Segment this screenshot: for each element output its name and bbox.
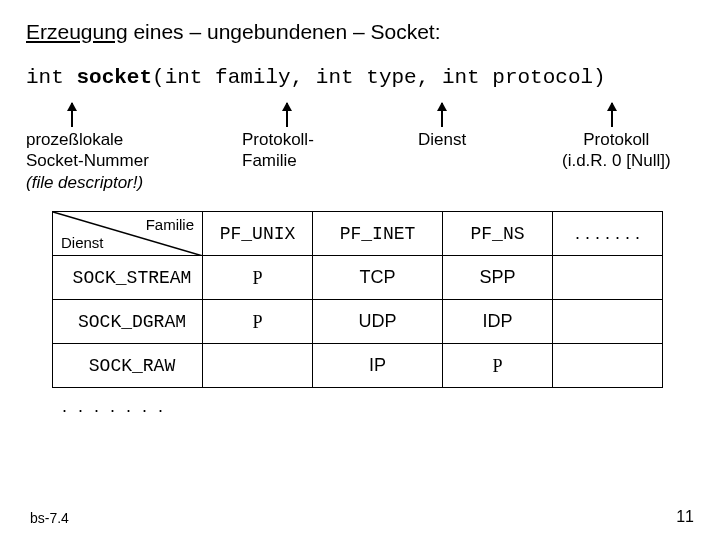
slide-title: Erzeugung eines – ungebundenen – Socket:	[26, 20, 694, 44]
arrow-3	[441, 103, 443, 127]
cell-1-3	[553, 300, 663, 344]
row-hdr-1: SOCK_DGRAM	[53, 300, 203, 344]
label-2b: Familie	[242, 151, 297, 170]
label-4b: (i.d.R. 0 [Null])	[562, 151, 671, 170]
cell-1-1: UDP	[313, 300, 443, 344]
col-hdr-0: PF_UNIX	[203, 212, 313, 256]
title-rest: eines – ungebundenen – Socket:	[128, 20, 441, 43]
sig-fn: socket	[76, 66, 152, 89]
label-1a: prozeßlokale	[26, 130, 123, 149]
cell-2-1: IP	[313, 344, 443, 388]
table-row: SOCK_STREAM P TCP SPP	[53, 256, 663, 300]
cell-2-0	[203, 344, 313, 388]
cell-1-2: IDP	[443, 300, 553, 344]
function-signature: int socket(int family, int type, int pro…	[26, 66, 694, 89]
label-4: Protokoll (i.d.R. 0 [Null])	[562, 129, 671, 172]
arrow-zone	[26, 99, 694, 127]
row-hdr-2: SOCK_RAW	[53, 344, 203, 388]
cell-2-3	[553, 344, 663, 388]
cell-0-2: SPP	[443, 256, 553, 300]
table-continuation-dots: . . . . . . .	[62, 396, 694, 417]
arrow-1	[71, 103, 73, 127]
label-2: Protokoll- Familie	[242, 129, 314, 172]
title-underlined: Erzeugung	[26, 20, 128, 43]
corner-dienst: Dienst	[61, 234, 104, 251]
label-3: Dienst	[418, 129, 466, 150]
footer-right: 11	[676, 508, 694, 526]
arrow-2	[286, 103, 288, 127]
row-hdr-0: SOCK_STREAM	[53, 256, 203, 300]
label-1c: (file descriptor!)	[26, 173, 143, 192]
sig-ret: int	[26, 66, 76, 89]
col-hdr-1: PF_INET	[313, 212, 443, 256]
cell-1-0: P	[203, 300, 313, 344]
table-row: SOCK_DGRAM P UDP IDP	[53, 300, 663, 344]
labels-row: prozeßlokale Socket-Nummer (file descrip…	[26, 129, 694, 199]
corner-familie: Familie	[146, 216, 194, 233]
label-4a: Protokoll	[583, 130, 649, 149]
cell-0-3	[553, 256, 663, 300]
cell-2-2: P	[443, 344, 553, 388]
cell-0-0: P	[203, 256, 313, 300]
table-corner: Familie Dienst	[53, 212, 203, 256]
col-hdr-2: PF_NS	[443, 212, 553, 256]
footer-left: bs-7.4	[30, 510, 69, 526]
label-2a: Protokoll-	[242, 130, 314, 149]
cell-0-1: TCP	[313, 256, 443, 300]
protocol-table: Familie Dienst PF_UNIX PF_INET PF_NS . .…	[52, 211, 663, 388]
col-hdr-3: . . . . . . .	[553, 212, 663, 256]
arrow-4	[611, 103, 613, 127]
sig-params: (int family, int type, int protocol)	[152, 66, 606, 89]
label-1b: Socket-Nummer	[26, 151, 149, 170]
table-row: SOCK_RAW IP P	[53, 344, 663, 388]
label-1: prozeßlokale Socket-Nummer (file descrip…	[26, 129, 149, 193]
label-3a: Dienst	[418, 130, 466, 149]
